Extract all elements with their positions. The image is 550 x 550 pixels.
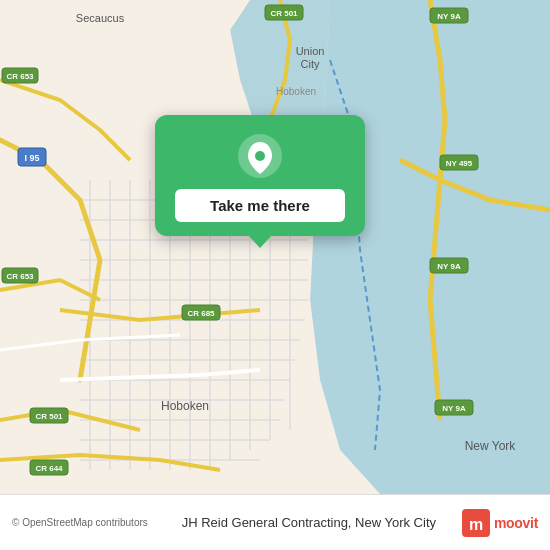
svg-text:NY 9A: NY 9A [437, 262, 461, 271]
svg-text:NY 9A: NY 9A [437, 12, 461, 21]
svg-text:m: m [469, 516, 483, 533]
svg-text:Hoboken: Hoboken [161, 399, 209, 413]
moovit-text: moovit [494, 515, 538, 531]
place-info-text: JH Reid General Contracting, New York Ci… [156, 515, 462, 530]
svg-text:CR 653: CR 653 [6, 272, 34, 281]
svg-text:CR 644: CR 644 [35, 464, 63, 473]
map-container: I 95 CR 653 CR 685 CR 653 CR 501 CR 501 … [0, 0, 550, 494]
svg-text:Hoboken: Hoboken [276, 86, 316, 97]
svg-text:Union: Union [296, 45, 325, 57]
svg-text:CR 501: CR 501 [35, 412, 63, 421]
svg-text:CR 685: CR 685 [187, 309, 215, 318]
svg-text:CR 653: CR 653 [6, 72, 34, 81]
attribution-text: © OpenStreetMap contributors [12, 517, 148, 528]
svg-marker-1 [310, 0, 550, 494]
svg-text:NY 9A: NY 9A [442, 404, 466, 413]
popup-card: Take me there [155, 115, 365, 236]
svg-text:NY 495: NY 495 [446, 159, 473, 168]
bottom-bar: © OpenStreetMap contributors JH Reid Gen… [0, 494, 550, 550]
svg-text:CR 501: CR 501 [270, 9, 298, 18]
svg-text:Secaucus: Secaucus [76, 12, 125, 24]
moovit-icon: m [462, 509, 490, 537]
svg-point-61 [255, 151, 265, 161]
svg-text:I 95: I 95 [24, 153, 39, 163]
take-me-there-button[interactable]: Take me there [175, 189, 345, 222]
svg-text:New York: New York [465, 439, 517, 453]
moovit-logo: m moovit [462, 509, 538, 537]
location-pin-icon [237, 133, 283, 179]
svg-text:City: City [301, 58, 320, 70]
